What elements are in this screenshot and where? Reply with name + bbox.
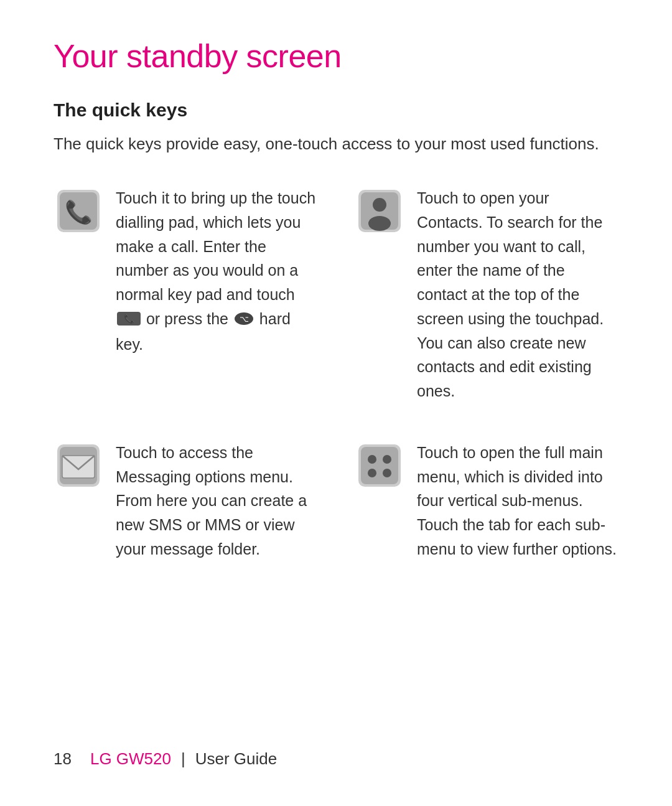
svg-point-10 [368, 216, 391, 231]
svg-text:📞: 📞 [124, 314, 135, 324]
guide-label: User Guide [195, 749, 278, 769]
messaging-item: Touch to access the Messaging options me… [54, 441, 317, 561]
svg-text:⌥: ⌥ [239, 314, 248, 324]
contacts-item: Touch to open your Contacts. To search f… [355, 186, 618, 403]
svg-point-19 [383, 469, 391, 477]
quick-keys-grid: 📞 Touch it to bring up the touch diallin… [54, 186, 618, 561]
phone-item: 📞 Touch it to bring up the touch diallin… [54, 186, 317, 403]
svg-point-16 [368, 455, 376, 464]
svg-point-9 [373, 198, 386, 212]
message-icon [54, 441, 103, 490]
footer: 18 LG GW520 | User Guide [54, 749, 618, 769]
page-title: Your standby screen [54, 37, 618, 75]
end-call-button-icon: ⌥ [234, 308, 254, 332]
contact-icon [355, 186, 404, 236]
contacts-item-text: Touch to open your Contacts. To search f… [417, 186, 618, 403]
brand-name: LG GW520 [90, 749, 171, 769]
menu-icon [355, 441, 404, 490]
svg-point-18 [368, 469, 376, 477]
messaging-item-text: Touch to access the Messaging options me… [116, 441, 317, 561]
footer-divider: | [181, 749, 185, 769]
section-heading: The quick keys [54, 100, 618, 121]
menu-item-text: Touch to open the full main menu, which … [417, 441, 618, 561]
menu-item: Touch to open the full main menu, which … [355, 441, 618, 561]
svg-point-17 [383, 455, 391, 464]
svg-text:📞: 📞 [65, 199, 93, 225]
page-number: 18 [54, 749, 72, 769]
phone-icon: 📞 [54, 186, 103, 236]
section-description: The quick keys provide easy, one-touch a… [54, 132, 618, 156]
svg-rect-15 [361, 447, 398, 484]
phone-item-text: Touch it to bring up the touch dialling … [116, 186, 317, 356]
call-button-icon: 📞 [117, 308, 141, 332]
